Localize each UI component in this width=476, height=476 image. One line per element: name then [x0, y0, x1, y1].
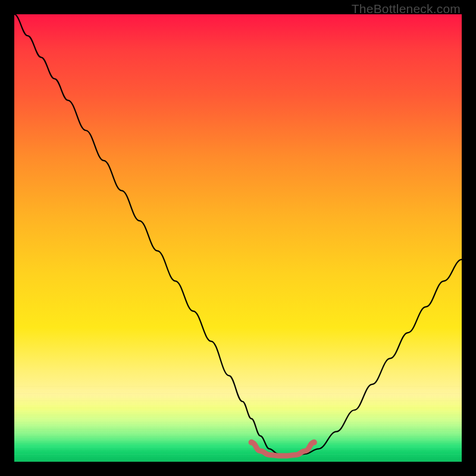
watermark-label: TheBottleneck.com [352, 2, 461, 16]
svg-point-0 [249, 439, 255, 445]
plot-area [14, 14, 462, 462]
chart-frame: TheBottleneck.com [0, 0, 476, 476]
svg-point-1 [311, 439, 317, 445]
optimal-marker [14, 14, 462, 462]
